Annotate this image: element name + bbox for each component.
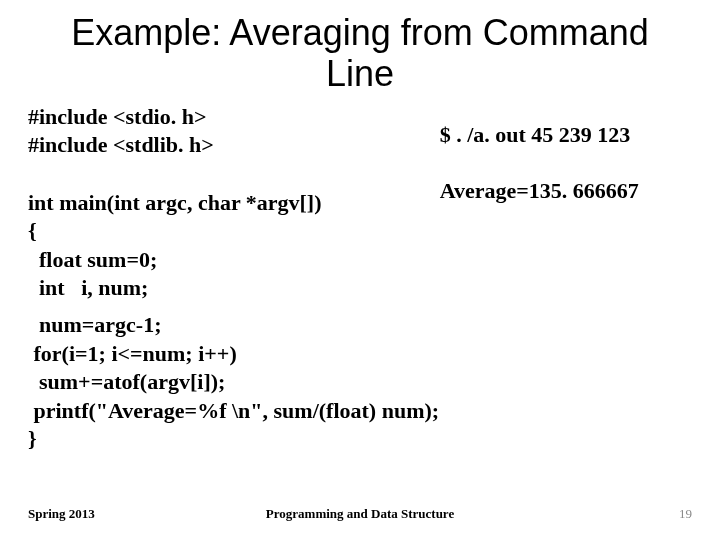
code-block-1: #include <stdio. h> #include <stdlib. h>…: [28, 103, 440, 303]
content-area: #include <stdio. h> #include <stdlib. h>…: [28, 103, 692, 303]
code-block-2: num=argc-1; for(i=1; i<=num; i++) sum+=a…: [28, 311, 692, 454]
command-line: $ . /a. out 45 239 123: [440, 121, 692, 150]
footer-course: Programming and Data Structure: [0, 506, 720, 522]
slide-title: Example: Averaging from Command Line: [28, 12, 692, 103]
code-column: #include <stdio. h> #include <stdlib. h>…: [28, 103, 440, 303]
slide: Example: Averaging from Command Line #in…: [0, 0, 720, 540]
page-number: 19: [679, 506, 692, 522]
output-column: $ . /a. out 45 239 123 Average=135. 6666…: [440, 103, 692, 303]
output-result: Average=135. 666667: [440, 177, 692, 206]
